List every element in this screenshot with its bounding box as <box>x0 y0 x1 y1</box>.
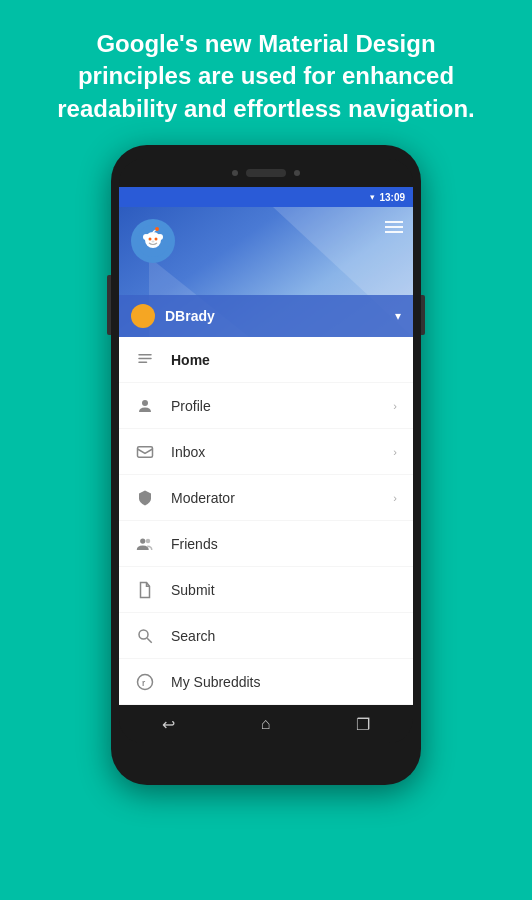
home-nav-icon[interactable]: ⌂ <box>261 715 271 733</box>
inbox-label: Inbox <box>171 444 393 460</box>
svg-rect-9 <box>138 354 152 356</box>
svg-point-6 <box>152 241 155 243</box>
moderator-chevron-icon: › <box>393 492 397 504</box>
search-label: Search <box>171 628 397 644</box>
menu-line-2 <box>385 226 403 228</box>
menu-item-friends[interactable]: Friends <box>119 521 413 567</box>
username-label: DBrady <box>165 308 385 324</box>
status-time: 13:09 <box>379 192 405 203</box>
menu-item-submit[interactable]: Submit <box>119 567 413 613</box>
moderator-icon <box>135 488 155 508</box>
user-dropdown-arrow: ▾ <box>395 309 401 323</box>
inbox-icon <box>135 442 155 462</box>
svg-point-12 <box>142 400 148 406</box>
svg-point-5 <box>155 238 158 241</box>
drawer-menu: Home Profile › <box>119 337 413 705</box>
friends-icon <box>135 534 155 554</box>
svg-text:r: r <box>142 678 146 687</box>
search-icon <box>135 626 155 646</box>
user-avatar <box>131 304 155 328</box>
phone-top-bezel <box>119 159 413 187</box>
svg-point-8 <box>155 227 159 231</box>
header-menu-icon[interactable] <box>385 221 403 233</box>
svg-point-4 <box>149 238 152 241</box>
reddit-logo-svg <box>137 225 169 257</box>
menu-item-home[interactable]: Home <box>119 337 413 383</box>
mysubreddits-label: My Subreddits <box>171 674 397 690</box>
phone-mockup: ▾ 13:09 <box>111 145 421 785</box>
back-nav-icon[interactable]: ↩ <box>162 715 175 734</box>
app-screen: ▾ 13:09 <box>119 187 413 705</box>
menu-item-moderator[interactable]: Moderator › <box>119 475 413 521</box>
menu-item-profile[interactable]: Profile › <box>119 383 413 429</box>
home-label: Home <box>171 352 397 368</box>
camera-dot-2 <box>294 170 300 176</box>
menu-item-search[interactable]: Search <box>119 613 413 659</box>
svg-point-14 <box>140 538 145 543</box>
menu-item-inbox[interactable]: Inbox › <box>119 429 413 475</box>
svg-rect-11 <box>138 361 147 363</box>
headline-text: Google's new Material Design principles … <box>0 0 532 145</box>
submit-icon <box>135 580 155 600</box>
menu-line-1 <box>385 221 403 223</box>
recent-nav-icon[interactable]: ❐ <box>356 715 370 734</box>
svg-rect-10 <box>138 357 152 359</box>
profile-chevron-icon: › <box>393 400 397 412</box>
wifi-icon: ▾ <box>370 192 375 202</box>
menu-item-mysubreddits[interactable]: r My Subreddits <box>119 659 413 705</box>
user-section[interactable]: DBrady ▾ <box>119 295 413 337</box>
subreddits-icon: r <box>135 672 155 692</box>
camera-dot <box>232 170 238 176</box>
speaker-grill <box>246 169 286 177</box>
friends-label: Friends <box>171 536 397 552</box>
submit-label: Submit <box>171 582 397 598</box>
phone-nav-bar: ↩ ⌂ ❐ <box>119 705 413 743</box>
drawer-header: DBrady ▾ <box>119 207 413 337</box>
svg-point-15 <box>146 538 151 543</box>
svg-line-17 <box>147 638 152 643</box>
inbox-chevron-icon: › <box>393 446 397 458</box>
status-bar-right: ▾ 13:09 <box>370 192 405 203</box>
svg-point-16 <box>139 630 148 639</box>
reddit-logo <box>131 219 175 263</box>
moderator-label: Moderator <box>171 490 393 506</box>
profile-label: Profile <box>171 398 393 414</box>
home-icon <box>135 350 155 370</box>
profile-icon <box>135 396 155 416</box>
menu-line-3 <box>385 231 403 233</box>
svg-rect-13 <box>138 446 153 457</box>
svg-point-3 <box>157 234 163 240</box>
svg-point-2 <box>143 234 149 240</box>
status-bar: ▾ 13:09 <box>119 187 413 207</box>
